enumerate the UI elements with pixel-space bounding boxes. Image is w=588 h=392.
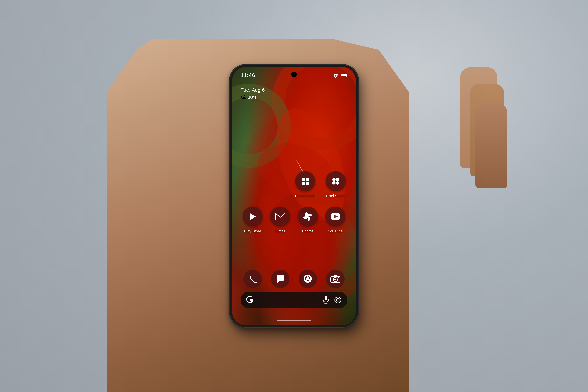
camera-icon xyxy=(330,274,341,284)
photos-icon-bg xyxy=(298,206,318,227)
app-chrome[interactable] xyxy=(299,270,317,288)
gmail-icon-bg xyxy=(270,206,290,227)
svg-marker-12 xyxy=(250,213,256,220)
phone: 11:46 xyxy=(230,65,358,327)
microphone-icon xyxy=(322,296,330,304)
app-youtube[interactable]: YouTube xyxy=(325,206,345,234)
dock-row xyxy=(232,270,356,288)
svg-rect-33 xyxy=(338,302,338,303)
app-photos[interactable]: Photos xyxy=(298,206,318,234)
camera-cutout xyxy=(291,72,297,77)
google-g-icon xyxy=(246,296,255,304)
search-bar[interactable] xyxy=(241,292,347,308)
app-messages[interactable] xyxy=(271,270,289,288)
svg-point-10 xyxy=(332,181,336,185)
mic-icon[interactable] xyxy=(321,295,331,304)
play-store-icon-bg xyxy=(243,206,263,227)
svg-rect-2 xyxy=(346,75,347,76)
svg-rect-6 xyxy=(302,182,305,185)
phone-icon xyxy=(248,274,257,284)
home-indicator xyxy=(277,320,311,322)
svg-point-22 xyxy=(335,279,336,280)
youtube-icon xyxy=(330,212,341,221)
middle-row-apps: Play Store Gmail xyxy=(239,206,349,234)
top-row-apps: Screenshots Pixel Studio xyxy=(239,171,349,198)
gmail-label: Gmail xyxy=(275,229,285,234)
svg-point-9 xyxy=(336,178,339,181)
youtube-icon-bg xyxy=(325,206,345,227)
camera-icon-bg xyxy=(326,270,345,288)
wifi-icon xyxy=(333,73,339,78)
svg-line-19 xyxy=(305,279,308,281)
pixel-studio-icon-bg xyxy=(326,171,346,192)
svg-rect-25 xyxy=(325,296,327,300)
svg-point-8 xyxy=(332,178,336,181)
battery-icon xyxy=(341,74,347,78)
chrome-icon xyxy=(302,274,313,284)
svg-point-24 xyxy=(338,277,339,278)
svg-point-29 xyxy=(337,298,339,301)
gmail-icon xyxy=(275,212,286,221)
svg-point-28 xyxy=(335,297,341,303)
screenshots-icon-bg xyxy=(295,171,315,192)
phone-icon-bg xyxy=(243,270,262,288)
svg-rect-7 xyxy=(306,182,309,185)
svg-rect-31 xyxy=(340,300,341,300)
svg-rect-3 xyxy=(341,74,346,76)
app-phone[interactable] xyxy=(243,270,262,288)
google-lens-icon xyxy=(334,296,342,304)
app-pixel-studio[interactable]: Pixel Studio xyxy=(326,171,346,198)
google-logo xyxy=(246,295,255,304)
svg-rect-23 xyxy=(334,275,337,277)
svg-line-18 xyxy=(308,279,311,281)
weather-row: 🌤 88°F xyxy=(241,94,265,100)
lens-icon[interactable] xyxy=(333,295,342,304)
youtube-label: YouTube xyxy=(328,229,343,234)
photos-label: Photos xyxy=(302,229,314,234)
status-time: 11:46 xyxy=(241,72,255,78)
date-widget: Tue, Aug 6 🌤 88°F xyxy=(241,87,265,100)
apps-area: Screenshots Pixel Studio xyxy=(232,171,356,242)
screenshots-label: Screenshots xyxy=(295,194,316,198)
messages-icon xyxy=(275,274,285,284)
svg-rect-4 xyxy=(302,178,305,181)
svg-point-11 xyxy=(336,181,339,185)
photos-icon xyxy=(302,211,313,222)
fingers3 xyxy=(476,104,507,188)
phone-wrapper: 11:46 xyxy=(230,65,358,327)
pixel-studio-label: Pixel Studio xyxy=(326,194,345,198)
app-screenshots[interactable]: Screenshots xyxy=(295,171,316,198)
weather-icon: 🌤 xyxy=(241,94,246,100)
pixel-studio-icon xyxy=(331,176,341,186)
svg-rect-30 xyxy=(335,300,336,300)
svg-point-0 xyxy=(335,77,336,78)
messages-icon-bg xyxy=(271,270,289,288)
screenshots-icon xyxy=(300,176,310,186)
chrome-icon-bg xyxy=(299,270,317,288)
screen: 11:46 xyxy=(232,67,356,325)
date-display: Tue, Aug 6 xyxy=(241,87,265,93)
app-gmail[interactable]: Gmail xyxy=(270,206,290,234)
svg-rect-5 xyxy=(306,178,309,181)
status-icons xyxy=(333,73,347,78)
temperature-display: 88°F xyxy=(248,94,258,100)
app-camera[interactable] xyxy=(326,270,345,288)
play-store-label: Play Store xyxy=(244,229,261,234)
play-store-icon xyxy=(248,212,258,222)
svg-rect-32 xyxy=(338,296,338,298)
app-play-store[interactable]: Play Store xyxy=(243,206,263,234)
